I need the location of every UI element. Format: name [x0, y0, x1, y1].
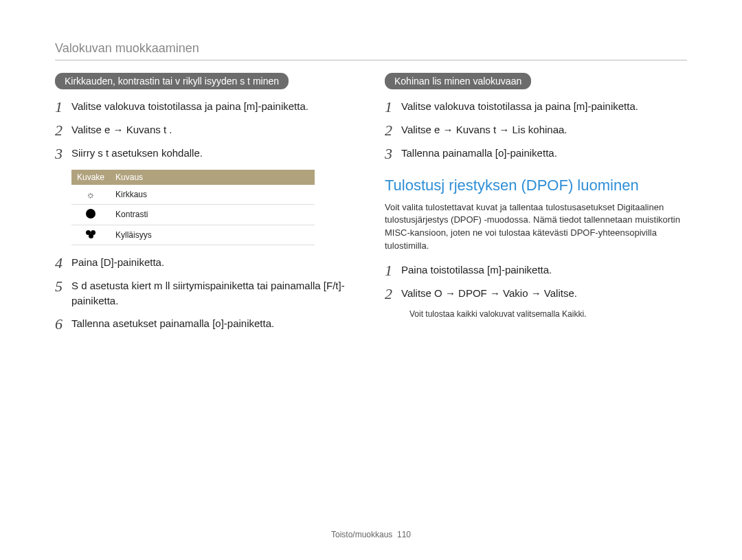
table-cell-desc: Kontrasti — [110, 204, 315, 225]
left-column: Kirkkauden, kontrastin tai v rikyll isyy… — [55, 73, 357, 339]
step-2: 2 Valitse e → Kuvans t → Lis kohinaa. — [385, 122, 687, 139]
dpof-paragraph: Voit valita tulostettavat kuvat ja talle… — [385, 201, 687, 253]
saturation-icon — [86, 230, 95, 238]
table-cell-desc: Kylläisyys — [110, 225, 315, 245]
footer-section: Toisto/muokkaus — [331, 530, 392, 539]
step-text: Valitse valokuva toistotilassa ja paina … — [71, 99, 357, 115]
step-text: Tallenna painamalla [o]-painiketta. — [401, 146, 687, 161]
step-text: Paina [D]-painiketta. — [71, 255, 357, 271]
dpof-note: Voit tulostaa kaikki valokuvat valitsema… — [409, 309, 687, 319]
step-text: Tallenna asetukset painamalla [o]-painik… — [71, 316, 357, 332]
dpof-step-2: 2 Valitse O → DPOF → Vakio → Valitse. — [385, 286, 687, 302]
step-2: 2 Valitse e → Kuvans t . — [55, 122, 357, 139]
step-text: Valitse valokuva toistotilassa ja paina … — [401, 99, 687, 115]
step-number: 2 — [55, 122, 71, 139]
step-6: 6 Tallenna asetukset painamalla [o]-pain… — [55, 316, 357, 333]
section-pill-adjust: Kirkkauden, kontrastin tai v rikyll isyy… — [55, 73, 289, 89]
step-3: 3 Tallenna painamalla [o]-painiketta. — [385, 146, 687, 162]
table-row: Kylläisyys — [71, 225, 315, 245]
page-title: Valokuvan muokkaaminen — [55, 41, 687, 56]
step-number: 1 — [385, 262, 401, 279]
table-row: Kontrasti — [71, 204, 315, 225]
table-header-desc: Kuvaus — [110, 170, 315, 185]
table-row: ☼ Kirkkaus — [71, 185, 315, 205]
contrast-icon — [86, 209, 95, 219]
step-number: 4 — [55, 255, 71, 271]
table-header-icon: Kuvake — [71, 170, 110, 185]
step-1: 1 Valitse valokuva toistotilassa ja pain… — [55, 99, 357, 115]
step-number: 2 — [385, 286, 401, 302]
step-text: Valitse e → Kuvans t . — [71, 122, 357, 138]
step-number: 3 — [55, 146, 71, 162]
step-1: 1 Valitse valokuva toistotilassa ja pain… — [385, 99, 687, 115]
divider — [55, 60, 687, 60]
step-text: Siirry s t asetuksen kohdalle. — [71, 146, 357, 161]
step-number: 1 — [55, 99, 71, 115]
page-footer: Toisto/muokkaus 110 — [0, 530, 742, 539]
section-pill-noise: Kohinan lis minen valokuvaan — [385, 73, 531, 89]
step-text: Valitse e → Kuvans t → Lis kohinaa. — [401, 122, 687, 138]
brightness-icon: ☼ — [87, 189, 95, 200]
dpof-heading: Tulostusj rjestyksen (DPOF) luominen — [385, 177, 687, 194]
footer-page-number: 110 — [397, 530, 411, 539]
step-number: 5 — [55, 278, 71, 295]
right-column: Kohinan lis minen valokuvaan 1 Valitse v… — [385, 73, 687, 339]
table-cell-desc: Kirkkaus — [110, 185, 315, 205]
step-number: 3 — [385, 146, 401, 162]
step-text: Paina toistotilassa [m]-painiketta. — [401, 262, 687, 278]
step-number: 2 — [385, 122, 401, 139]
dpof-step-1: 1 Paina toistotilassa [m]-painiketta. — [385, 262, 687, 279]
step-text: Valitse O → DPOF → Vakio → Valitse. — [401, 286, 687, 302]
content-columns: Kirkkauden, kontrastin tai v rikyll isyy… — [55, 73, 687, 339]
step-4: 4 Paina [D]-painiketta. — [55, 255, 357, 271]
step-number: 1 — [385, 99, 401, 115]
step-3: 3 Siirry s t asetuksen kohdalle. — [55, 146, 357, 162]
step-number: 6 — [55, 316, 71, 333]
step-text: S d asetusta kiert m ll siirtymispainike… — [71, 278, 357, 309]
adjust-table: Kuvake Kuvaus ☼ Kirkkaus Kontrasti — [71, 170, 357, 245]
step-5: 5 S d asetusta kiert m ll siirtymispaini… — [55, 278, 357, 309]
